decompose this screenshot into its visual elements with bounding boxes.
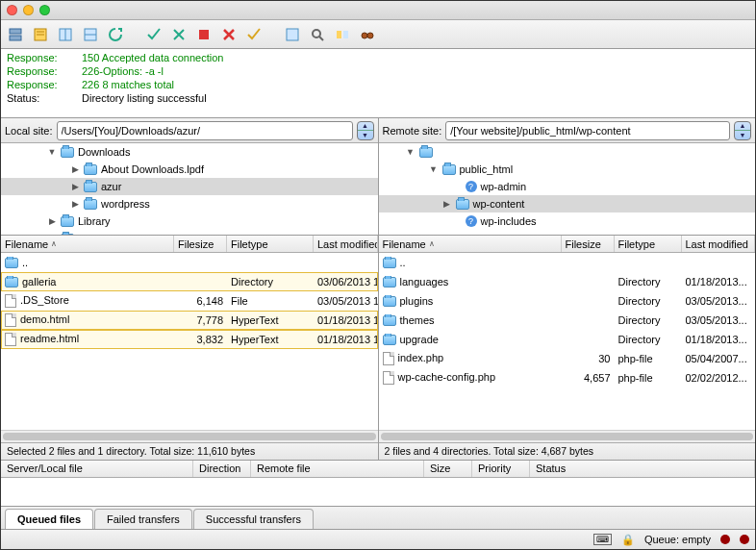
file-size: 30	[562, 353, 615, 364]
file-row[interactable]: themesDirectory03/05/2013...	[379, 311, 756, 330]
file-modified: 03/05/2013...	[682, 314, 756, 326]
disclosure-icon[interactable]: ▼	[406, 147, 416, 157]
file-row[interactable]: pluginsDirectory03/05/2013...	[379, 291, 756, 311]
disclosure-icon[interactable]: ▶	[70, 164, 80, 174]
file-row[interactable]: ..	[1, 253, 378, 272]
disclosure-icon[interactable]: ▶	[442, 199, 452, 209]
footer: ⌨ 🔒 Queue: empty	[1, 530, 755, 549]
folder-icon	[442, 164, 456, 175]
tree-item[interactable]: ▼	[379, 143, 756, 161]
local-file-header[interactable]: Filename∧ Filesize Filetype Last modifie…	[1, 236, 378, 253]
svg-point-11	[313, 30, 320, 38]
folder-icon	[84, 182, 97, 192]
unknown-icon: ?	[466, 215, 477, 227]
remote-scrollbar[interactable]	[379, 430, 756, 442]
file-row[interactable]: demo.html7,778HyperText01/18/2013 1	[1, 311, 378, 330]
remote-file-header[interactable]: Filename∧ Filesize Filetype Last modifie…	[379, 236, 756, 253]
file-row[interactable]: ..	[379, 253, 756, 272]
file-name: wp-cache-config.php	[398, 371, 496, 383]
close-button[interactable]	[7, 5, 17, 15]
filter-icon[interactable]	[284, 26, 301, 43]
queue-icon[interactable]	[82, 26, 99, 43]
file-name: galleria	[22, 276, 56, 288]
stop-icon[interactable]	[195, 26, 213, 43]
svg-point-16	[367, 33, 373, 38]
notes-icon[interactable]	[32, 26, 49, 43]
file-modified: 05/04/2007...	[682, 353, 756, 364]
cancel-icon[interactable]	[170, 26, 188, 43]
disclosure-icon[interactable]: ▶	[70, 199, 80, 209]
refresh-icon[interactable]	[107, 26, 124, 43]
file-type: Directory	[615, 276, 682, 288]
svg-rect-0	[10, 29, 21, 34]
file-modified: 03/05/2013...	[682, 295, 756, 307]
tree-item[interactable]: ▶wordpress	[1, 195, 378, 212]
local-file-list[interactable]: ..galleriaDirectory03/06/2013 1.DS_Store…	[1, 253, 378, 430]
binoculars-icon[interactable]	[359, 26, 376, 43]
remote-file-list[interactable]: ..languagesDirectory01/18/2013...plugins…	[379, 253, 756, 430]
server-icon[interactable]	[7, 26, 24, 43]
remote-path-input[interactable]	[445, 121, 730, 140]
file-name: upgrade	[400, 334, 439, 345]
tree-item[interactable]: ▼Downloads	[1, 143, 378, 161]
file-type: HyperText	[227, 334, 314, 345]
svg-rect-13	[337, 31, 341, 38]
local-pane: Local site: ▲▼ ▼Downloads▶About Download…	[1, 118, 379, 460]
file-name: readme.html	[20, 333, 79, 344]
file-row[interactable]: upgradeDirectory01/18/2013...	[379, 330, 756, 349]
file-row[interactable]: languagesDirectory01/18/2013...	[379, 272, 756, 291]
local-pathbar: Local site: ▲▼	[1, 118, 378, 143]
file-row[interactable]: wp-cache-config.php4,657php-file02/02/20…	[379, 368, 756, 388]
queue-list[interactable]	[1, 478, 755, 506]
tree-item[interactable]: ▶wp-content	[379, 195, 756, 212]
file-icon	[5, 294, 16, 308]
file-size: 6,148	[174, 295, 227, 307]
file-modified: 03/05/2013 1	[314, 295, 378, 307]
file-type: Directory	[615, 334, 682, 345]
tree-item[interactable]: ▼public_html	[379, 161, 756, 178]
log-row: Response:226-Options: -a -l	[7, 64, 749, 78]
folder-icon	[84, 199, 97, 210]
remote-path-stepper[interactable]: ▲▼	[734, 121, 751, 140]
tab-failed-transfers[interactable]: Failed transfers	[94, 509, 192, 529]
tree-item[interactable]: ▶About Downloads.lpdf	[1, 161, 378, 178]
svg-line-12	[319, 37, 323, 40]
zoom-button[interactable]	[39, 5, 50, 15]
svg-rect-9	[199, 30, 209, 39]
disclosure-icon[interactable]: ▶	[47, 216, 57, 226]
queue-header[interactable]: Server/Local file Direction Remote file …	[1, 461, 755, 478]
file-row[interactable]: galleriaDirectory03/06/2013 1	[1, 272, 378, 291]
disclosure-icon[interactable]: ▼	[429, 164, 439, 174]
file-icon	[383, 371, 394, 385]
unknown-icon: ?	[466, 181, 477, 192]
tree-item[interactable]: ?wp-admin	[379, 178, 756, 195]
process-icon[interactable]	[145, 26, 163, 43]
file-type: Directory	[615, 295, 682, 307]
tree-item[interactable]: ?wp-includes	[379, 212, 756, 230]
search-icon[interactable]	[309, 26, 326, 43]
disconnect-icon[interactable]	[220, 26, 238, 43]
folder-icon	[383, 296, 396, 307]
tree-item[interactable]: ▶azur	[1, 178, 378, 195]
local-scrollbar[interactable]	[1, 430, 378, 442]
folder-icon	[383, 335, 396, 345]
tab-queued-files[interactable]: Queued files	[5, 509, 93, 529]
reconnect-icon[interactable]	[245, 26, 263, 43]
message-log[interactable]: Response:150 Accepted data connectionRes…	[1, 49, 755, 118]
minimize-button[interactable]	[23, 5, 34, 15]
list-icon[interactable]	[57, 26, 74, 43]
disclosure-icon[interactable]: ▼	[47, 147, 57, 157]
file-row[interactable]: index.php30php-file05/04/2007...	[379, 349, 756, 368]
remote-tree[interactable]: ▼▼public_html?wp-admin▶wp-content?wp-inc…	[379, 143, 756, 236]
tab-successful-transfers[interactable]: Successful transfers	[193, 509, 314, 529]
local-tree[interactable]: ▼Downloads▶About Downloads.lpdf▶azur▶wor…	[1, 143, 378, 236]
file-row[interactable]: readme.html3,832HyperText01/18/2013 1	[1, 330, 378, 349]
file-row[interactable]: .DS_Store6,148File03/05/2013 1	[1, 291, 378, 311]
svg-rect-1	[10, 36, 21, 40]
tree-item[interactable]: ▶Library	[1, 212, 378, 230]
local-path-input[interactable]	[57, 121, 353, 140]
local-path-stepper[interactable]: ▲▼	[357, 121, 374, 140]
file-name: index.php	[398, 352, 444, 363]
compare-icon[interactable]	[334, 26, 351, 43]
disclosure-icon[interactable]: ▶	[70, 182, 80, 191]
